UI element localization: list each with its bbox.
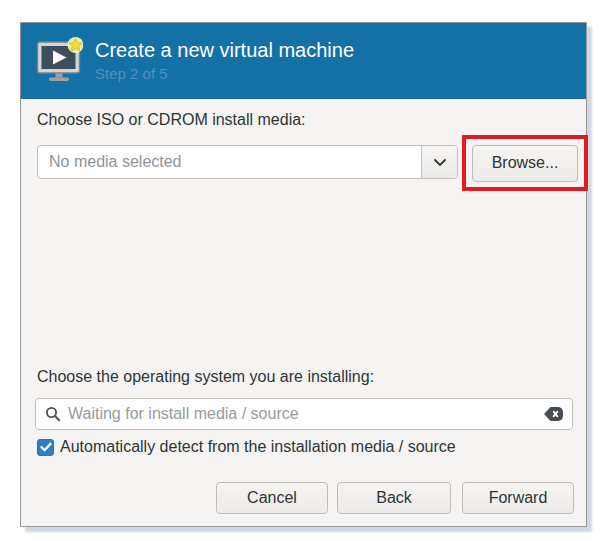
dialog-header: Create a new virtual machine Step 2 of 5	[21, 23, 586, 99]
search-icon	[45, 406, 61, 422]
chevron-down-icon	[433, 158, 447, 167]
autodetect-checkbox[interactable]	[37, 439, 54, 456]
browse-button-highlight: Browse...	[462, 135, 588, 191]
media-section-label: Choose ISO or CDROM install media:	[37, 111, 306, 129]
forward-button[interactable]: Forward	[462, 482, 574, 514]
dialog-step-indicator: Step 2 of 5	[95, 64, 354, 84]
new-vm-icon	[35, 37, 83, 85]
os-search-input[interactable]	[68, 405, 537, 423]
back-button[interactable]: Back	[337, 482, 451, 514]
install-media-combobox-value: No media selected	[38, 146, 421, 178]
install-media-combobox[interactable]: No media selected	[37, 145, 458, 179]
clear-icon[interactable]	[544, 407, 563, 421]
combobox-arrow-button[interactable]	[421, 146, 457, 178]
create-vm-dialog: Create a new virtual machine Step 2 of 5…	[20, 22, 587, 527]
dialog-title: Create a new virtual machine	[95, 38, 354, 62]
autodetect-row: Automatically detect from the installati…	[37, 438, 456, 456]
cancel-button[interactable]: Cancel	[216, 482, 328, 514]
browse-button[interactable]: Browse...	[472, 145, 578, 182]
os-search-entry[interactable]	[35, 398, 573, 430]
os-section-label: Choose the operating system you are inst…	[37, 368, 374, 386]
autodetect-label: Automatically detect from the installati…	[60, 438, 456, 456]
